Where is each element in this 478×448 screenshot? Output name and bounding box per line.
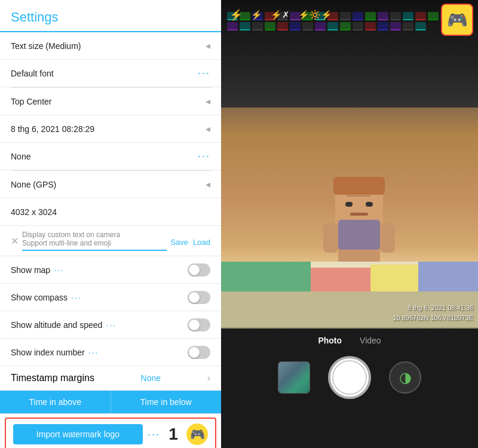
watermark-emoji-icon: 🎮 [186,424,208,445]
show-compass-label: Show compass [11,293,68,302]
shutter-inner [332,360,367,395]
text-size-label: Text size (Medium) [11,41,81,51]
show-index-toggle[interactable] [188,346,210,359]
shutter-button[interactable] [328,356,371,399]
resolution-label: 4032 x 3024 [11,207,57,217]
settings-title: Settings [11,10,210,25]
arrow-icon: ◂ [206,40,210,51]
none1-label: None [11,152,30,161]
default-font-label: Default font [11,69,54,78]
camera-panel: 8 thg 6, 2021 08:41:36 10.896762N 106.78… [221,0,478,448]
thumbnail-image [278,362,310,393]
show-compass-toggle[interactable] [188,291,210,304]
svg-rect-6 [333,177,385,195]
arrow-icon2: ◂ [206,96,210,107]
setting-show-altitude[interactable]: Show altitude and speed ··· [0,311,221,339]
top-center-label: Top Center [11,97,51,106]
setting-default-font[interactable]: Default font ··· [0,60,221,87]
timestamp-margins-label: Timestamp margins [11,373,94,383]
watermark-badge-icon: 🎮 [447,10,468,30]
camera-bottom: Photo Video ◑ [221,329,478,448]
watermark-badge-camera[interactable]: 🎮 [441,4,473,36]
watermark-row: Import watermark logo ··· 1 🎮 [5,418,216,448]
time-above-button[interactable]: Time in above [0,391,111,413]
exposure-button[interactable]: ◑ [389,361,421,394]
none-gps-label: None (GPS) [11,180,56,189]
dots-map: ··· [54,265,65,275]
gallery-thumbnail[interactable] [278,361,310,394]
custom-text-item: ✕ Display custom text on camera Support … [0,226,221,256]
setting-top-center[interactable]: Top Center ◂ [0,88,221,115]
show-map-toggle[interactable] [188,263,210,277]
save-button[interactable]: Save [170,238,188,247]
flash-icon2[interactable]: ⚡ [251,10,262,20]
timestamp-line2: 10.896762N 106.7810973E [393,313,473,323]
camera-controls: ◑ [278,356,421,399]
settings-header: Settings [0,0,221,32]
timestamp-overlay: 8 thg 6, 2021 08:41:36 10.896762N 106.78… [393,303,473,323]
gauge-icon: ◑ [399,369,412,386]
show-index-label: Show index number [11,348,85,357]
chevron-right-icon: › [207,373,210,383]
setting-date[interactable]: 8 thg 6, 2021 08:28:29 ◂ [0,115,221,143]
arrow-icon4: ◂ [206,179,210,190]
setting-none-gps[interactable]: None (GPS) ◂ [0,171,221,198]
setting-timestamp-margins[interactable]: Timestamp margins None › [0,366,221,391]
tab-photo[interactable]: Photo [318,336,342,345]
date-label: 8 thg 6, 2021 08:28:29 [11,124,94,134]
watermark-number: 1 [165,425,182,444]
topbar-icons: ⚡ ⚡ ⚡✗ ⚡🔆⚡ [229,8,332,22]
dots-icon2: ··· [198,150,210,162]
svg-rect-9 [350,213,368,216]
setting-show-map[interactable]: Show map ··· [0,256,221,284]
settings-list: Text size (Medium) ◂ Default font ··· To… [0,32,221,448]
time-buttons-row: Time in above Time in below [0,391,221,414]
dots-altitude: ··· [106,320,117,330]
flash-auto-icon[interactable]: ⚡ [229,8,243,22]
show-altitude-toggle[interactable] [188,318,210,332]
flash-off-icon[interactable]: ⚡✗ [271,10,290,20]
dots-compass: ··· [71,293,82,302]
custom-text-hint: Display custom text on camera Support mu… [22,231,167,247]
svg-rect-8 [366,202,373,207]
svg-rect-7 [345,202,353,207]
setting-show-compass[interactable]: Show compass ··· [0,284,221,311]
show-map-label: Show map [11,265,50,275]
load-button[interactable]: Load [193,238,210,247]
settings-panel: Settings Text size (Medium) ◂ Default fo… [0,0,221,448]
setting-none1[interactable]: None ··· [0,143,221,170]
camera-topbar: ⚡ ⚡ ⚡✗ ⚡🔆⚡ 🎮 [221,0,478,30]
arrow-icon3: ◂ [206,123,210,134]
show-altitude-label: Show altitude and speed [11,320,102,330]
dots-index: ··· [88,348,99,357]
timestamp-line1: 8 thg 6, 2021 08:41:36 [393,303,473,313]
setting-show-index[interactable]: Show index number ··· [0,339,221,366]
flash-heart-icon[interactable]: ⚡🔆⚡ [298,10,332,20]
clear-text-button[interactable]: ✕ [11,235,19,247]
timestamp-margins-value: None [141,373,161,383]
setting-text-size[interactable]: Text size (Medium) ◂ [0,32,221,60]
time-below-button[interactable]: Time in below [111,391,222,413]
watermark-dots: ··· [148,428,160,441]
dots-icon: ··· [198,67,210,79]
photo-video-tabs: Photo Video [318,329,381,350]
tab-video[interactable]: Video [360,336,381,345]
import-watermark-button[interactable]: Import watermark logo [13,424,143,444]
setting-resolution[interactable]: 4032 x 3024 [0,198,221,226]
